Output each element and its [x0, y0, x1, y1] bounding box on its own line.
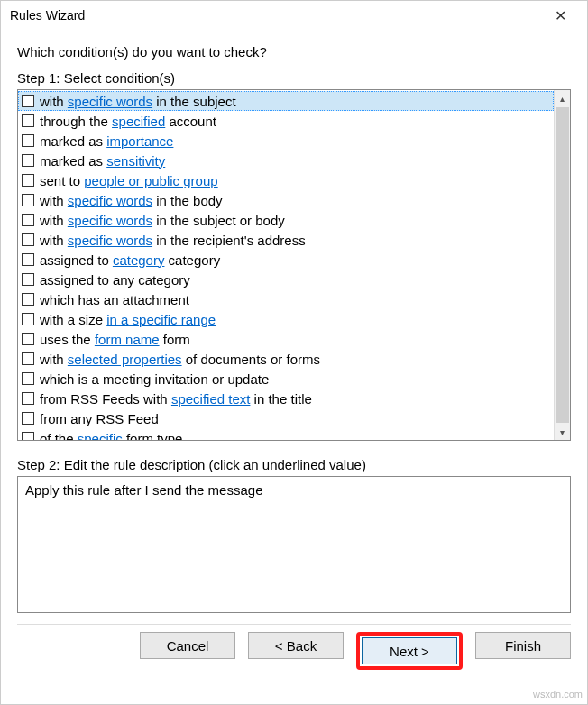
- step2-label: Step 2: Edit the rule description (click…: [17, 457, 571, 472]
- condition-link[interactable]: sensitivity: [106, 153, 165, 169]
- step1-label: Step 1: Select condition(s): [17, 70, 571, 86]
- condition-checkbox[interactable]: [22, 392, 34, 405]
- conditions-list: with specific words in the subjectthroug…: [17, 89, 571, 441]
- condition-checkbox[interactable]: [22, 372, 34, 385]
- condition-row[interactable]: which has an attachment: [18, 289, 554, 309]
- condition-row[interactable]: assigned to any category: [18, 270, 554, 289]
- condition-link[interactable]: selected properties: [68, 352, 182, 367]
- conditions-list-inner: with specific words in the subjectthroug…: [18, 90, 554, 440]
- condition-link[interactable]: specific words: [68, 213, 152, 228]
- condition-pre: marked as: [40, 133, 106, 149]
- condition-checkbox[interactable]: [22, 253, 34, 266]
- condition-checkbox[interactable]: [22, 293, 34, 306]
- condition-post: category: [164, 252, 220, 268]
- next-highlight: Next >: [356, 632, 463, 670]
- condition-post: form type: [123, 431, 183, 441]
- condition-row[interactable]: sent to people or public group: [18, 170, 554, 190]
- condition-pre: with: [40, 94, 68, 109]
- condition-link[interactable]: specific words: [68, 94, 152, 109]
- prompt-text: Which condition(s) do you want to check?: [17, 44, 571, 60]
- condition-row[interactable]: with a size in a specific range: [18, 309, 554, 329]
- condition-checkbox[interactable]: [22, 214, 34, 226]
- rule-description-box[interactable]: Apply this rule after I send the message: [17, 476, 571, 613]
- window-title: Rules Wizard: [10, 8, 85, 23]
- condition-pre: of the: [40, 431, 78, 441]
- condition-row[interactable]: marked as sensitivity: [18, 151, 554, 170]
- condition-checkbox[interactable]: [22, 194, 34, 206]
- condition-link[interactable]: in a specific range: [106, 312, 216, 327]
- condition-text: from RSS Feeds with specified text in th…: [40, 391, 312, 407]
- condition-row[interactable]: assigned to category category: [18, 250, 554, 270]
- condition-checkbox[interactable]: [22, 174, 34, 187]
- condition-row[interactable]: through the specified account: [18, 111, 554, 131]
- condition-checkbox[interactable]: [22, 233, 34, 246]
- condition-checkbox[interactable]: [22, 313, 34, 325]
- scroll-down-icon[interactable]: ▾: [555, 424, 571, 440]
- condition-post: in the title: [250, 391, 311, 407]
- condition-pre: marked as: [40, 153, 106, 169]
- condition-link[interactable]: importance: [106, 133, 173, 149]
- condition-link[interactable]: people or public group: [84, 173, 217, 188]
- condition-link[interactable]: form name: [95, 332, 160, 347]
- condition-row[interactable]: from any RSS Feed: [18, 408, 554, 428]
- condition-row[interactable]: with specific words in the body: [18, 190, 554, 210]
- close-icon[interactable]: ✕: [542, 7, 578, 24]
- condition-row[interactable]: of the specific form type: [18, 428, 554, 440]
- condition-text: marked as importance: [40, 133, 173, 149]
- next-button[interactable]: Next >: [362, 637, 457, 664]
- condition-pre: assigned to any category: [40, 272, 190, 288]
- condition-post: of documents or forms: [182, 352, 320, 367]
- condition-text: with specific words in the body: [40, 193, 223, 208]
- scroll-up-icon[interactable]: ▴: [555, 90, 571, 106]
- scroll-thumb[interactable]: [556, 107, 569, 423]
- condition-checkbox[interactable]: [22, 114, 34, 127]
- condition-text: assigned to any category: [40, 272, 190, 288]
- condition-text: uses the form name form: [40, 332, 190, 347]
- separator: [17, 624, 571, 625]
- condition-post: account: [165, 114, 216, 129]
- condition-post: in the recipient's address: [152, 233, 306, 248]
- finish-button[interactable]: Finish: [475, 632, 571, 659]
- condition-link[interactable]: category: [113, 252, 165, 268]
- condition-checkbox[interactable]: [22, 154, 34, 167]
- condition-text: of the specific form type: [40, 431, 182, 441]
- condition-pre: with: [40, 213, 68, 228]
- condition-link[interactable]: specified: [112, 114, 165, 129]
- condition-row[interactable]: with specific words in the subject: [18, 91, 554, 111]
- condition-checkbox[interactable]: [22, 432, 34, 440]
- watermark: wsxdn.com: [533, 689, 583, 700]
- condition-row[interactable]: marked as importance: [18, 131, 554, 151]
- condition-pre: which has an attachment: [40, 292, 189, 307]
- cancel-button[interactable]: Cancel: [140, 632, 235, 659]
- condition-row[interactable]: which is a meeting invitation or update: [18, 369, 554, 389]
- condition-text: through the specified account: [40, 114, 216, 129]
- condition-text: which is a meeting invitation or update: [40, 371, 269, 387]
- condition-pre: with: [40, 193, 68, 208]
- condition-row[interactable]: with specific words in the recipient's a…: [18, 230, 554, 250]
- condition-checkbox[interactable]: [22, 333, 34, 345]
- condition-link[interactable]: specific words: [68, 193, 152, 208]
- titlebar: Rules Wizard ✕: [1, 1, 587, 30]
- condition-row[interactable]: from RSS Feeds with specified text in th…: [18, 389, 554, 408]
- condition-post: in the subject or body: [152, 213, 285, 228]
- condition-checkbox[interactable]: [22, 273, 34, 286]
- condition-pre: which is a meeting invitation or update: [40, 371, 269, 387]
- condition-text: with specific words in the subject: [40, 94, 236, 109]
- back-button[interactable]: < Back: [248, 632, 344, 659]
- condition-row[interactable]: with specific words in the subject or bo…: [18, 210, 554, 230]
- condition-checkbox[interactable]: [22, 134, 34, 147]
- scrollbar[interactable]: ▴ ▾: [554, 90, 570, 440]
- condition-link[interactable]: specified text: [171, 391, 251, 407]
- rules-wizard-dialog: Rules Wizard ✕ Which condition(s) do you…: [0, 0, 588, 705]
- condition-row[interactable]: uses the form name form: [18, 329, 554, 349]
- condition-post: in the body: [152, 193, 223, 208]
- condition-checkbox[interactable]: [22, 352, 34, 365]
- condition-pre: through the: [40, 114, 112, 129]
- condition-link[interactable]: specific: [78, 431, 123, 441]
- condition-row[interactable]: with selected properties of documents or…: [18, 349, 554, 369]
- condition-link[interactable]: specific words: [68, 233, 152, 248]
- rule-description-text: Apply this rule after I send the message: [25, 482, 262, 498]
- condition-checkbox[interactable]: [22, 95, 34, 107]
- condition-pre: with: [40, 233, 68, 248]
- condition-checkbox[interactable]: [22, 412, 34, 425]
